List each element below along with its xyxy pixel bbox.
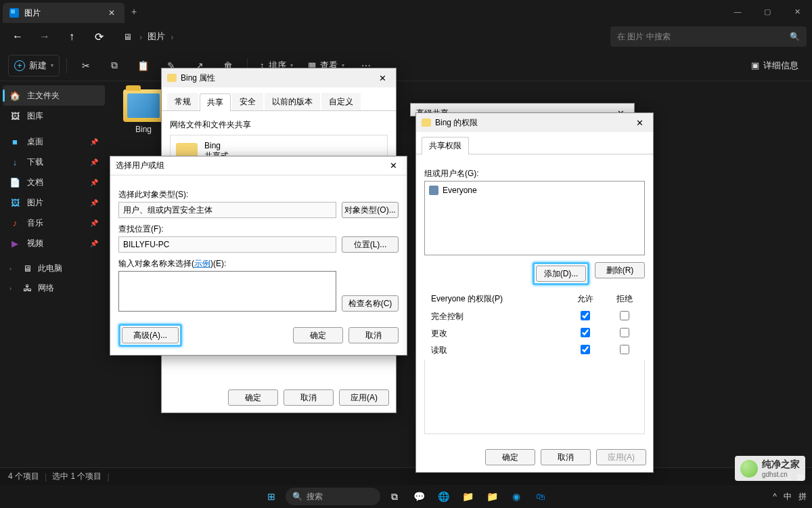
- minimize-button[interactable]: —: [723, 0, 752, 23]
- tab-custom[interactable]: 自定义: [321, 93, 361, 110]
- forward-button[interactable]: →: [32, 26, 57, 47]
- add-button[interactable]: 添加(D)...: [536, 266, 586, 282]
- cut-icon[interactable]: ✂: [74, 55, 98, 77]
- chevron-right-icon: ›: [139, 32, 142, 42]
- dialog-titlebar[interactable]: 选择用户或组 ✕: [110, 156, 407, 175]
- search-input[interactable]: 在 图片 中搜索 🔍: [610, 26, 807, 47]
- cancel-button[interactable]: 取消: [541, 449, 591, 465]
- start-button[interactable]: ⊞: [261, 486, 281, 507]
- deny-checkbox[interactable]: [620, 328, 629, 337]
- navbar: ← → ↑ ⟳ 🖥 › 图片 › 在 图片 中搜索 🔍: [0, 23, 812, 50]
- close-icon[interactable]: ✕: [632, 117, 648, 129]
- sidebar-network[interactable]: ›🖧网络: [3, 278, 105, 298]
- taskbar-app[interactable]: 🌐: [433, 486, 453, 507]
- paste-icon[interactable]: 📋: [131, 55, 155, 77]
- breadcrumb-item[interactable]: 图片: [148, 30, 165, 43]
- chevron-down-icon: ▾: [51, 62, 53, 68]
- watermark-logo-icon: [740, 460, 758, 478]
- tab-share-permissions[interactable]: 共享权限: [422, 137, 469, 154]
- object-names-label: 输入对象名称来选择(示例)(E):: [118, 258, 399, 270]
- sidebar-thispc[interactable]: ›🖥此电脑: [3, 259, 105, 278]
- selected-count: 选中 1 个项目: [52, 471, 102, 482]
- ok-button[interactable]: 确定: [228, 389, 278, 406]
- apply-button[interactable]: 应用(A): [596, 449, 646, 465]
- refresh-button[interactable]: ⟳: [87, 26, 111, 47]
- ok-button[interactable]: 确定: [293, 327, 343, 343]
- tab-title: 图片: [24, 7, 41, 19]
- new-button[interactable]: + 新建 ▾: [8, 55, 60, 77]
- taskbar-explorer[interactable]: 📁: [457, 486, 478, 507]
- system-tray: ^ 中 拼: [773, 491, 807, 503]
- object-types-button[interactable]: 对象类型(O)...: [342, 202, 399, 218]
- list-item-everyone[interactable]: Everyone: [428, 184, 641, 196]
- permission-row: 读取: [426, 343, 644, 358]
- dialog-titlebar[interactable]: Bing 的权限 ✕: [416, 113, 653, 132]
- tab-sharing[interactable]: 共享: [200, 93, 231, 111]
- location-button[interactable]: 位置(L)...: [342, 236, 399, 253]
- details-button[interactable]: ▣ 详细信息: [746, 55, 804, 77]
- remove-button[interactable]: 删除(R): [595, 262, 645, 278]
- breadcrumb[interactable]: 🖥 › 图片 ›: [114, 30, 181, 43]
- apply-button[interactable]: 应用(A): [339, 389, 389, 406]
- check-names-button[interactable]: 检查名称(C): [342, 295, 399, 312]
- permission-row: 更改: [426, 326, 644, 341]
- sidebar-videos[interactable]: ▶视频📌: [3, 233, 105, 253]
- tab-previous[interactable]: 以前的版本: [265, 93, 320, 110]
- taskbar-search[interactable]: 🔍搜索: [286, 488, 380, 505]
- close-icon[interactable]: ✕: [386, 159, 401, 172]
- new-tab-button[interactable]: +: [125, 6, 143, 17]
- close-icon[interactable]: ✕: [375, 72, 390, 85]
- tray-chevron-icon[interactable]: ^: [773, 492, 777, 501]
- deny-checkbox[interactable]: [620, 311, 629, 320]
- window-tab[interactable]: 图片 ✕: [3, 3, 125, 23]
- chevron-right-icon: ›: [9, 266, 16, 272]
- close-window-button[interactable]: ✕: [782, 0, 812, 23]
- dialog-titlebar[interactable]: Bing 属性 ✕: [162, 68, 396, 87]
- video-icon: ▶: [9, 238, 20, 249]
- users-listbox[interactable]: Everyone: [424, 181, 645, 255]
- object-type-label: 选择此对象类型(S):: [118, 189, 336, 200]
- cancel-button[interactable]: 取消: [348, 327, 399, 343]
- example-link[interactable]: 示例: [194, 259, 210, 268]
- ime-mode[interactable]: 拼: [798, 491, 807, 503]
- sidebar-downloads[interactable]: ↓下载📌: [3, 152, 105, 172]
- sidebar-desktop[interactable]: ■桌面📌: [3, 131, 105, 152]
- allow-checkbox[interactable]: [581, 311, 590, 320]
- allow-checkbox[interactable]: [581, 328, 590, 337]
- allow-header: 允许: [566, 291, 604, 308]
- group-icon: [429, 186, 438, 195]
- tab-close-icon[interactable]: ✕: [106, 7, 118, 19]
- separator: [66, 58, 67, 73]
- back-button[interactable]: ←: [5, 26, 30, 47]
- taskbar-edge[interactable]: ◉: [506, 486, 526, 507]
- permission-label: 更改: [426, 326, 565, 341]
- sidebar: 🏠主文件夹 🖼图库 ■桌面📌 ↓下载📌 📄文档📌 🖼图片📌 ♪音乐📌 ▶视频📌 …: [0, 81, 108, 467]
- taskbar-store[interactable]: 🛍: [531, 486, 551, 507]
- advanced-button[interactable]: 高级(A)...: [122, 327, 179, 343]
- cancel-button[interactable]: 取消: [284, 389, 334, 406]
- plus-icon: +: [14, 60, 25, 71]
- copy-icon[interactable]: ⧉: [102, 55, 127, 77]
- sidebar-home[interactable]: 🏠主文件夹: [3, 85, 105, 106]
- sidebar-gallery[interactable]: 🖼图库: [3, 106, 105, 126]
- maximize-button[interactable]: ▢: [752, 0, 782, 23]
- sidebar-pictures[interactable]: 🖼图片📌: [3, 192, 105, 213]
- group-users-label: 组或用户名(G):: [424, 168, 645, 179]
- allow-checkbox[interactable]: [581, 345, 590, 354]
- taskbar-explorer[interactable]: 📁: [482, 486, 502, 507]
- tab-general[interactable]: 常规: [167, 93, 198, 110]
- window-controls: — ▢ ✕: [723, 0, 812, 23]
- taskbar-app[interactable]: 💬: [409, 486, 429, 507]
- up-button[interactable]: ↑: [60, 26, 84, 47]
- task-view-icon[interactable]: ⧉: [384, 486, 405, 507]
- select-user-dialog: 选择用户或组 ✕ 选择此对象类型(S): 用户、组或内置安全主体 对象类型(O)…: [110, 156, 407, 356]
- sidebar-music[interactable]: ♪音乐📌: [3, 213, 105, 233]
- sidebar-documents[interactable]: 📄文档📌: [3, 172, 105, 192]
- pin-icon: 📌: [90, 199, 98, 207]
- object-names-input[interactable]: [118, 271, 336, 312]
- ime-indicator[interactable]: 中: [784, 491, 792, 503]
- music-icon: ♪: [9, 217, 20, 228]
- ok-button[interactable]: 确定: [485, 449, 535, 465]
- tab-security[interactable]: 安全: [232, 93, 263, 110]
- deny-checkbox[interactable]: [620, 345, 629, 354]
